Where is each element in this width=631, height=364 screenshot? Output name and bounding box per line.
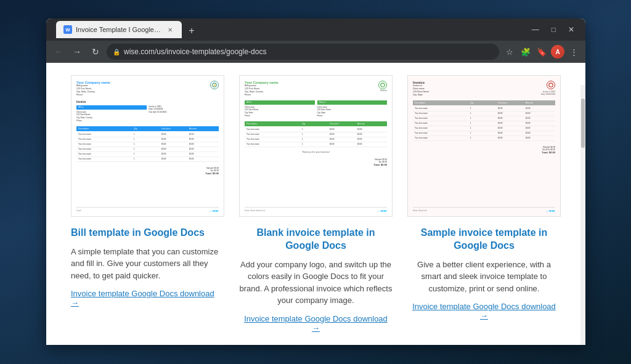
card3-desc: Give a better client experience, with a …	[407, 259, 561, 295]
nav-right-icons: ☆ 🧩 🔖 A ⋮	[503, 45, 580, 59]
table-row: Your item name1$0.00$0.00	[413, 121, 555, 126]
footer-3: Notes / Bank info — WISE	[413, 207, 555, 212]
scrollbar[interactable]	[580, 85, 585, 345]
tab-favicon: w	[63, 25, 72, 34]
scrollbar-thumb[interactable]	[581, 99, 585, 148]
user-profile-icon[interactable]: A	[551, 45, 564, 59]
svg-point-2	[381, 83, 385, 87]
refresh-icon: ↻	[92, 47, 99, 57]
close-window-button[interactable]: ✕	[564, 24, 578, 35]
template-preview-bill: Your Company name Billing name123 Your S…	[71, 75, 224, 217]
invoice-preview-3: Invoice Invoice toClient name123 Client …	[408, 76, 560, 216]
extensions-puzzle-icon[interactable]: 🧩	[519, 45, 532, 59]
page-content: Your Company name Billing name123 Your S…	[46, 63, 585, 345]
table-row: Your item name1$0.00$0.00	[413, 136, 555, 141]
template-card-bill: Your Company name Billing name123 Your S…	[71, 75, 224, 333]
col-amount: Amount	[189, 127, 217, 130]
page-inner: Your Company name Billing name123 Your S…	[46, 63, 585, 345]
thank-you-note: Thank you for your business!	[245, 151, 387, 153]
card2-title: Blank invoice template in Google Docs	[239, 227, 393, 253]
maximize-window-button[interactable]: □	[548, 24, 560, 35]
table-header-3: Description Qty Unit price Amount	[413, 100, 555, 105]
template-card-sample: Invoice Invoice toClient name123 Client …	[407, 75, 561, 333]
ship-to-details-2: Client name123 Client StreetCity, StateP…	[317, 106, 388, 118]
table-row: Your item name1$0.00$0.00	[413, 116, 555, 121]
template-preview-blank: Your Company name Billing name123 Your S…	[239, 75, 393, 217]
bill-section-2: Bill to Client name123 Client StreetCity…	[245, 100, 387, 118]
tabs-area: w Invoice Template I Google Doi ✕ +	[51, 21, 528, 38]
logo-2	[378, 81, 387, 89]
forward-arrow-icon: →	[73, 47, 81, 57]
inv-meta: Invoice #: 0001Date: 01/01/2024Due date:…	[149, 105, 219, 114]
inv-title-2: Invoice	[378, 89, 387, 92]
bill-to-label: Bill to	[76, 105, 147, 110]
card1-download-link[interactable]: Invoice template Google Docs download →	[71, 289, 224, 307]
table-row: Your item name1$0.00$0.00	[245, 132, 387, 137]
total-section-2: Subtotal: $0.00 Tax: $0.00 Total: $0.00	[245, 158, 387, 166]
card3-title: Sample invoice template in Google Docs	[407, 227, 561, 253]
inv-meta-3: Invoice #: 0001Date: 01/01/2024	[541, 91, 555, 95]
address-block-3: Invoice toClient name123 Client StreetCi…	[413, 84, 429, 97]
back-arrow-icon: ←	[54, 47, 63, 57]
bill-to-details-2: Client name123 Client StreetCity, StateP…	[245, 106, 315, 118]
invoice-preview-1: Your Company name Billing name123 Your S…	[71, 76, 224, 216]
table-header-2: Description Qty Unit price Amount	[245, 121, 387, 126]
card2-download-link[interactable]: Invoice template Google Docs download →	[239, 314, 393, 333]
invoice-preview-2: Your Company name Billing name123 Your S…	[240, 76, 392, 216]
footer-2: Notes / Bank details here — WISE	[245, 207, 387, 212]
minimize-window-button[interactable]: —	[528, 24, 543, 35]
address-block-2: Billing name123 Your StreetCity, State, …	[245, 84, 279, 97]
bill-to-2: Bill to	[245, 100, 315, 105]
table-row: Your item name1$0.00$0.00	[413, 107, 555, 111]
card1-desc: A simple template that you can customize…	[71, 246, 224, 282]
profile-bookmark-icon[interactable]: 🔖	[535, 45, 548, 59]
tab-close-button[interactable]: ✕	[166, 25, 174, 34]
total-section-3: Subtotal: $0.00 Tax (0%): $0.00 Total: $…	[413, 146, 555, 154]
col-desc: Description	[78, 127, 134, 130]
nav-bar: ← → ↻ 🔒 wise.com/us/invoice-templates/go…	[46, 41, 585, 63]
table-row: Your item name1$0.00$0.00	[245, 127, 387, 132]
window-buttons: — □ ✕	[528, 24, 578, 35]
active-tab[interactable]: w Invoice Template I Google Doi ✕	[56, 21, 182, 38]
browser-window: w Invoice Template I Google Doi ✕ + — □ …	[46, 18, 585, 345]
inv-label-1: Invoice	[76, 100, 219, 103]
table-row: Your item name1$0.00$0.00	[76, 157, 219, 162]
table-header-1: Description Qty Unit price Amount	[76, 126, 219, 131]
table-row: Your item name1$0.00$0.00	[413, 126, 555, 131]
desktop: w Invoice Template I Google Doi ✕ + — □ …	[0, 0, 631, 364]
card3-download-link[interactable]: Invoice template Google Docs download →	[407, 302, 561, 320]
logo-3	[547, 81, 555, 89]
table-row: Your item name1$0.00$0.00	[76, 137, 219, 142]
table-row: Your item name1$0.00$0.00	[245, 137, 387, 142]
card1-title: Bill template in Google Docs	[71, 227, 224, 240]
footer-1: Email — WISE	[76, 207, 219, 212]
table-row: Your item name1$0.00$0.00	[413, 131, 555, 136]
col-price: Unit price	[161, 127, 189, 130]
bill-to-details: Client name123 Client StreetCity, State,…	[76, 111, 147, 123]
refresh-button[interactable]: ↻	[88, 44, 103, 59]
templates-grid: Your Company name Billing name123 Your S…	[71, 75, 561, 333]
table-row: Your item name1$0.00$0.00	[413, 111, 555, 116]
table-row: Your item name1$0.00$0.00	[76, 147, 219, 152]
table-row: Your item name1$0.00$0.00	[245, 142, 387, 147]
lock-icon: 🔒	[113, 49, 120, 55]
total-section-1: Subtotal: $0.00 Tax: $0.00 Total: $0.00	[76, 167, 219, 175]
back-button[interactable]: ←	[51, 44, 66, 59]
template-card-blank: Your Company name Billing name123 Your S…	[239, 75, 393, 333]
tab-title: Invoice Template I Google Doi	[76, 26, 162, 33]
bill-section-1: Bill to Client name123 Client StreetCity…	[76, 105, 219, 123]
address-bar[interactable]: 🔒 wise.com/us/invoice-templates/google-d…	[107, 44, 499, 60]
url-text: wise.com/us/invoice-templates/google-doc…	[124, 47, 493, 56]
bookmark-star-icon[interactable]: ☆	[503, 45, 516, 59]
more-options-icon[interactable]: ⋮	[567, 45, 580, 59]
forward-button[interactable]: →	[70, 44, 84, 59]
address-block-1: Billing name123 Your StreetCity, State, …	[76, 84, 110, 97]
title-bar: w Invoice Template I Google Doi ✕ + — □ …	[46, 18, 585, 41]
svg-text:⚡: ⚡	[213, 83, 216, 87]
svg-point-3	[549, 83, 553, 87]
table-row: Your item name1$0.00$0.00	[76, 132, 219, 137]
table-row: Your item name1$0.00$0.00	[76, 152, 219, 157]
new-tab-button[interactable]: +	[184, 23, 199, 38]
col-qty: Qty	[134, 127, 161, 130]
table-row: Your item name1$0.00$0.00	[76, 142, 219, 147]
